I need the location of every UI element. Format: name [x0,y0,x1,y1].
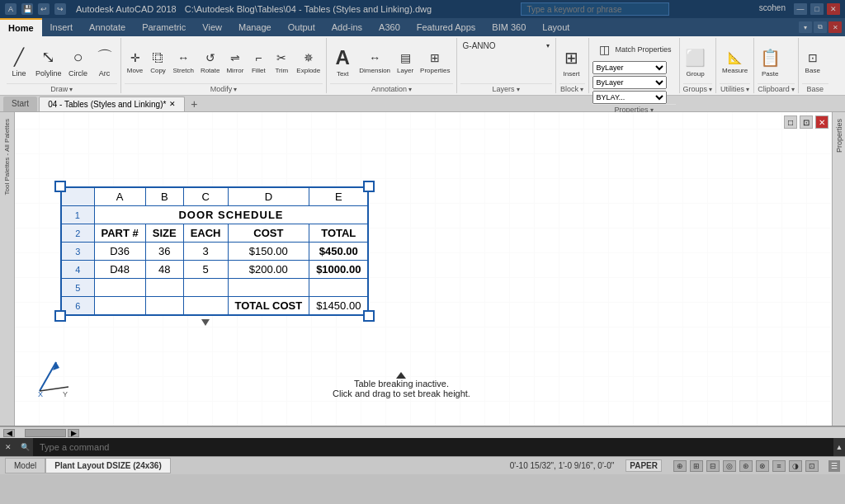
mirror-button[interactable]: ⇌ Mirror [224,48,246,76]
tab-parametric[interactable]: Parametric [134,18,194,36]
ribbon-min-btn[interactable]: ▾ [799,21,812,33]
quick-redo-icon[interactable]: ↪ [54,3,66,15]
header-size[interactable]: SIZE [145,224,183,243]
group-button[interactable]: ⬜ Group [683,45,708,79]
command-input[interactable] [33,438,833,456]
cell-5c[interactable] [183,279,228,297]
table-handle-topleft[interactable] [54,181,66,192]
modify-group-label[interactable]: Modify ▾ [125,83,323,93]
layers-group-label[interactable]: Layers ▾ [460,83,552,93]
global-search-input[interactable] [521,2,669,16]
model-tab[interactable]: Model [5,458,45,473]
ortho-toggle[interactable]: ⊟ [706,460,720,472]
measure-button[interactable]: 📐 Measure [720,48,750,76]
tab-home[interactable]: Home [0,18,42,36]
cell-4c[interactable]: 5 [183,261,228,279]
cell-6b[interactable] [145,297,183,316]
tab-addins[interactable]: Add-ins [323,18,371,36]
tab-view[interactable]: View [194,18,230,36]
scroll-right-icon[interactable]: ▶ [68,429,79,437]
cell-6e[interactable]: $1450.00 [309,297,369,316]
cell-3b[interactable]: 36 [145,243,183,261]
cell-3d[interactable]: $150.00 [228,243,309,261]
layer-properties-2-button[interactable]: ⊞ Properties [418,48,452,76]
table-handle-bottomleft[interactable] [54,310,66,322]
clipboard-group-label[interactable]: Clipboard ▾ [758,83,795,93]
cell-3c[interactable]: 3 [183,243,228,261]
properties-panel-label[interactable]: Properties [835,119,843,153]
minimize-button[interactable]: — [794,3,807,15]
move-button[interactable]: ✛ Move [125,48,146,76]
cell-5b[interactable] [145,279,183,297]
new-tab-button[interactable]: + [186,97,201,111]
cell-4b[interactable]: 48 [145,261,183,279]
tab-featured[interactable]: Featured Apps [408,18,484,36]
tab-current-doc[interactable]: 04 - Tables (Styles and Linking)* ✕ [39,97,185,111]
annotation-group-label[interactable]: Annotation ▾ [330,83,452,93]
cell-6c[interactable] [183,297,228,316]
viewport-maximize-icon[interactable]: □ [784,115,797,129]
tab-a360[interactable]: A360 [371,18,408,36]
copy-button[interactable]: ⿻ Copy [148,48,169,76]
tab-annotate[interactable]: Annotate [81,18,134,36]
base-button[interactable]: ⊡ Base [802,48,824,76]
table-handle-topright[interactable] [363,181,375,192]
header-part[interactable]: PART # [94,224,145,243]
utilities-group-label[interactable]: Utilities ▾ [720,83,750,93]
explode-button[interactable]: ✵ Explode [294,48,323,76]
floating-window-btn[interactable]: ⧉ [814,21,827,33]
command-close-icon[interactable]: ✕ [0,438,17,456]
command-search-icon[interactable]: 🔍 [17,438,33,456]
quick-save-icon[interactable]: 💾 [21,3,33,15]
paste-button[interactable]: 📋 Paste [758,45,782,79]
insert-block-button[interactable]: ⊞ Insert [559,45,584,79]
arc-button[interactable]: ⌒ Arc [92,44,117,79]
linetype-select[interactable]: ByLayer [592,61,667,74]
table-handle-bottomright[interactable] [363,310,375,322]
canvas-area[interactable]: A B C D E 1 DOOR SCHEDULE 2 PART # SIZE … [15,112,832,426]
dimension-button[interactable]: ↔ Dimension [356,48,393,76]
status-settings-icon[interactable]: ☰ [828,460,840,472]
groups-group-label[interactable]: Groups ▾ [683,83,713,93]
cell-4e[interactable]: $1000.00 [309,261,369,279]
tab-bim360[interactable]: BIM 360 [484,18,534,36]
transparency-toggle[interactable]: ◑ [789,460,802,472]
viewport-close-icon[interactable]: ✕ [815,115,828,129]
grid-toggle[interactable]: ⊞ [690,460,703,472]
header-cost[interactable]: COST [228,224,309,243]
quick-undo-icon[interactable]: ↩ [38,3,50,15]
close-button[interactable]: ✕ [827,3,840,15]
polar-toggle[interactable]: ◎ [723,460,736,472]
cell-4a[interactable]: D48 [94,261,145,279]
trim-button[interactable]: ✂ Trim [271,48,292,76]
tab-start[interactable]: Start [3,97,37,111]
header-each[interactable]: EACH [183,224,228,243]
scrollbar-thumb[interactable] [25,429,66,437]
tab-insert[interactable]: Insert [42,18,82,36]
tab-layout[interactable]: Layout [534,18,578,36]
lineweight-toggle[interactable]: ≡ [772,460,786,472]
polyline-button[interactable]: ⤡ Polyline [33,44,64,79]
line-button[interactable]: ╱ Line [7,44,31,79]
tool-palettes-label[interactable]: Tool Palettes - All Palettes [3,115,11,199]
rotate-button[interactable]: ↺ Rotate [198,48,223,76]
cell-3a[interactable]: D36 [94,243,145,261]
cell-6a[interactable] [94,297,145,316]
maximize-button[interactable]: □ [810,3,824,15]
tab-output[interactable]: Output [280,18,323,36]
doc-close-btn[interactable]: ✕ [828,21,842,33]
scroll-left-icon[interactable]: ◀ [3,429,15,437]
viewport-restore-icon[interactable]: ⊡ [800,115,813,129]
block-group-label[interactable]: Block ▾ [559,83,585,93]
cell-4d[interactable]: $200.00 [228,261,309,279]
app-icon[interactable]: A [5,3,17,15]
cell-6d[interactable]: TOTAL COST [228,297,309,316]
title-cell[interactable]: DOOR SCHEDULE [94,206,368,224]
base-group-label[interactable]: Base [802,83,828,93]
stretch-button[interactable]: ↔ Stretch [171,48,196,76]
layer-dropdown-button[interactable]: G-ANNO ▾ [460,40,552,52]
selection-toggle[interactable]: ⊡ [805,460,819,472]
command-scroll-icon[interactable]: ▲ [833,438,845,456]
cell-5d[interactable] [228,279,309,297]
layer-properties-button[interactable]: ▤ Layer [394,48,416,76]
